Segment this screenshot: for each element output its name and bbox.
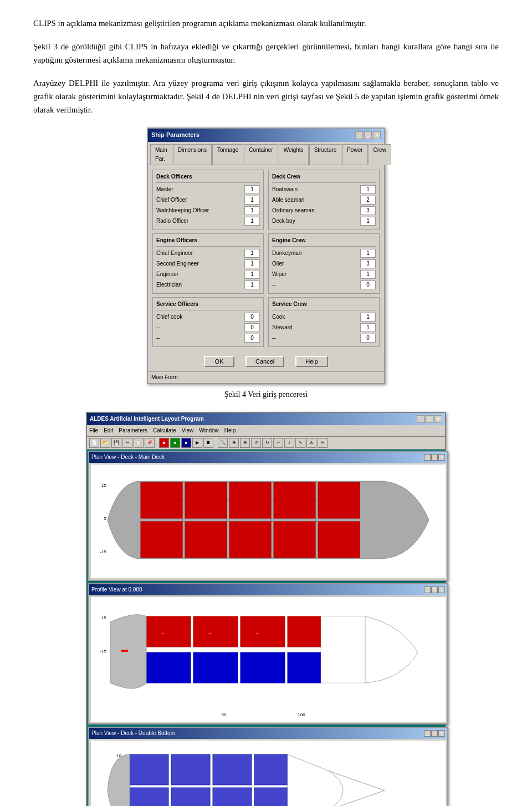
donkeyman-input[interactable] [360,249,376,258]
steward-input[interactable] [360,323,376,332]
app-maximize-btn[interactable]: □ [426,415,433,423]
able-seaman-input[interactable] [360,196,376,205]
engineer-row: Engineer [156,270,260,279]
deck-boy-input[interactable] [360,217,376,226]
service-crew-dash-input[interactable] [360,334,376,343]
toolbar-btn-5[interactable]: 📋 [134,438,144,448]
tab-container[interactable]: Container [244,144,278,165]
app-toolbar: 📄 📂 💾 ✂ 📋 📌 ■ ■ ■ ▶ ⏹ 🔍 ⊕ ⊖ ↺ ↻ ↔ ↕ ⤡ A … [87,437,445,450]
double-bottom-close-btn[interactable]: × [438,730,445,737]
toolbar-btn-19[interactable]: ⤡ [295,438,305,448]
dialog-tabs: Main Par. Dimensions Tonnage Container W… [148,142,384,165]
svg-text:-15: -15 [100,549,106,554]
engineer-input[interactable] [244,270,260,279]
ordinary-seaman-row: Ordinary seaman [272,206,376,215]
watchkeeping-label: Watchkeeping Officer [156,206,244,215]
deck-boy-label: Deck boy [272,217,360,226]
toolbar-btn-12[interactable]: 🔍 [218,438,228,448]
double-bottom-minimize-btn[interactable]: _ [424,730,431,737]
svg-text:--: -- [255,630,259,635]
app-minimize-btn[interactable]: _ [417,415,424,423]
toolbar-btn-1[interactable]: 📄 [89,438,99,448]
svg-rect-51 [213,788,252,806]
boatswain-input[interactable] [360,185,376,194]
chief-cook-input[interactable] [244,313,260,322]
menu-edit[interactable]: Edit [104,426,113,435]
tab-dimensions[interactable]: Dimensions [173,144,212,165]
menu-parameters[interactable]: Parameters [119,426,147,435]
toolbar-btn-21[interactable]: ✏ [318,438,328,448]
radio-officer-input[interactable] [244,217,260,226]
service-dash1-input[interactable] [244,323,260,332]
ordinary-seaman-input[interactable] [360,206,376,215]
toolbar-btn-14[interactable]: ⊖ [240,438,250,448]
toolbar-btn-9[interactable]: ■ [181,438,191,448]
svg-rect-49 [130,788,168,806]
cancel-button[interactable]: Cancel [245,356,284,367]
menu-help[interactable]: Help [224,426,236,435]
tab-tonnage[interactable]: Tonnage [212,144,243,165]
toolbar-btn-13[interactable]: ⊕ [229,438,239,448]
toolbar-btn-15[interactable]: ↺ [251,438,261,448]
toolbar-btn-4[interactable]: ✂ [122,438,132,448]
menu-window[interactable]: Window [199,426,219,435]
toolbar-btn-17[interactable]: ↔ [273,438,283,448]
chief-engineer-input[interactable] [244,249,260,258]
app-titlebar: ALDES Artificial Intelligent Layout Prog… [87,413,445,425]
toolbar-btn-20[interactable]: A [306,438,316,448]
toolbar-btn-3[interactable]: 💾 [111,438,121,448]
svg-text:--: -- [208,630,212,635]
toolbar-btn-8[interactable]: ■ [170,438,180,448]
engine-dash-input[interactable] [360,280,376,289]
plan-close-btn[interactable]: × [438,454,445,461]
tab-main-par[interactable]: Main Par. [150,144,172,165]
menu-file[interactable]: File [89,426,98,435]
plan-view-title: Plan View - Deck - Main Deck [91,453,165,462]
plan-minimize-btn[interactable]: _ [424,454,431,461]
ship-parameters-dialog[interactable]: Ship Parameters _ □ × Main Par. Dimensio… [147,127,385,384]
double-bottom-maximize-btn[interactable]: □ [431,730,438,737]
close-button[interactable]: × [373,131,381,139]
minimize-button[interactable]: _ [355,131,363,139]
oiler-input[interactable] [360,259,376,268]
profile-view-svg: 15 -15 50 100 [91,597,446,719]
chief-officer-input[interactable] [244,196,260,205]
able-seaman-row: Able seaman [272,196,376,205]
wiper-input[interactable] [360,270,376,279]
toolbar-btn-16[interactable]: ↻ [262,438,272,448]
watchkeeping-input[interactable] [244,206,260,215]
maximize-button[interactable]: □ [364,131,372,139]
service-officers-section: Service Officers Chief cook -- -- [152,297,264,347]
menu-calculate[interactable]: Calculate [153,426,176,435]
help-button[interactable]: Help [295,356,328,367]
tab-weights[interactable]: Weights [279,144,309,165]
tab-crew[interactable]: Crew [369,144,391,165]
app-window[interactable]: ALDES Artificial Intelligent Layout Prog… [86,412,446,806]
toolbar-btn-11[interactable]: ⏹ [203,438,213,448]
second-engineer-input[interactable] [244,259,260,268]
toolbar-btn-7[interactable]: ■ [159,438,169,448]
toolbar-btn-18[interactable]: ↕ [284,438,294,448]
svg-rect-13 [318,522,360,558]
app-close-btn[interactable]: × [434,415,442,423]
service-dash2-input[interactable] [244,334,260,343]
svg-rect-10 [185,522,227,558]
menu-view[interactable]: View [182,426,194,435]
cook-input[interactable] [360,313,376,322]
master-input[interactable] [244,185,260,194]
plan-maximize-btn[interactable]: □ [431,454,438,461]
tab-power[interactable]: Power [342,144,367,165]
profile-close-btn[interactable]: × [438,586,445,593]
toolbar-btn-2[interactable]: 📂 [100,438,110,448]
svg-rect-9 [141,522,182,558]
service-dash1-row: -- [156,323,260,332]
toolbar-btn-6[interactable]: 📌 [145,438,155,448]
wiper-label: Wiper [272,270,360,279]
service-dash2-row: -- [156,334,260,343]
tab-structure[interactable]: Structure [309,144,342,165]
toolbar-btn-10[interactable]: ▶ [192,438,202,448]
electrician-input[interactable] [244,280,260,289]
profile-maximize-btn[interactable]: □ [431,586,438,593]
ok-button[interactable]: OK [204,356,234,367]
profile-minimize-btn[interactable]: _ [424,586,431,593]
